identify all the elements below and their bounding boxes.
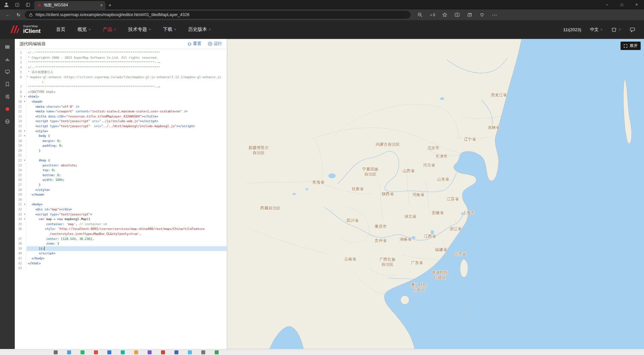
taskbar-app-icon[interactable] [107, 350, 111, 354]
code-line[interactable]: 1<!--***********************************… [15, 50, 227, 55]
code-line[interactable]: 33▾ <script type="text/javascript"> [15, 212, 227, 217]
code-line[interactable]: 27 } [15, 183, 227, 188]
workspaces-icon[interactable] [13, 1, 21, 8]
nav-item-历史版本[interactable]: 历史版本∨ [188, 27, 211, 33]
nav-item-下载[interactable]: 下载∨ [163, 27, 176, 33]
fold-arrow-icon[interactable]: ▾ [23, 202, 26, 207]
tab-close-icon[interactable]: × [100, 3, 103, 8]
chart-bars-icon[interactable] [3, 55, 11, 63]
code-line[interactable]: 31▾ <body> [15, 202, 227, 207]
taskbar-app-icon[interactable] [80, 350, 85, 354]
taskbar-app-icon[interactable] [201, 350, 205, 354]
nav-item-首页[interactable]: 首页 [56, 27, 65, 33]
maximize-button[interactable]: □ [614, 0, 629, 9]
more-options-icon[interactable]: ⋯ [490, 10, 499, 19]
close-button[interactable]: × [629, 0, 644, 9]
code-line[interactable]: 14 <script type="text/javascript" src=".… [15, 119, 227, 124]
code-line[interactable]: 37 center: [120.143, 30.236], [15, 237, 227, 242]
code-line[interactable]: 3***************************************… [15, 60, 227, 65]
code-line[interactable]: 36 style: 'http://localhost:8091/iserver… [15, 226, 227, 236]
nav-item-技术专题[interactable]: 技术专题∨ [128, 27, 151, 33]
code-line[interactable]: 10▾ <head> [15, 99, 227, 104]
new-tab-button[interactable]: + [105, 0, 115, 9]
code-line[interactable]: 39 }); [15, 246, 227, 251]
code-line[interactable]: 24 top: 0; [15, 168, 227, 173]
supermap-logo[interactable]: SuperMap iClient [9, 24, 41, 35]
code-line[interactable]: 30 [15, 197, 227, 202]
profile-avatar[interactable] [3, 1, 10, 8]
code-line[interactable]: 29 </head> [15, 192, 227, 197]
code-line[interactable]: 42</html> [15, 261, 227, 266]
collections-icon[interactable] [465, 10, 474, 19]
nav-item-产品[interactable]: 产品∨ [103, 27, 116, 33]
taskbar-app-icon[interactable] [121, 350, 125, 354]
code-line[interactable]: 35 container: 'map', // container id [15, 222, 227, 227]
code-line[interactable]: 8<!DOCTYPE html> [15, 90, 227, 95]
code-line[interactable]: 34▾ var map = new mapboxgl.Map({ [15, 217, 227, 222]
address-bar[interactable]: https://iclient.supermap.io/examples/map… [25, 11, 411, 19]
language-selector[interactable]: 中文 ∨ [590, 27, 603, 33]
code-line[interactable]: 18 margin: 0; [15, 139, 227, 144]
code-line[interactable]: 7***************************************… [15, 85, 227, 90]
fold-arrow-icon[interactable]: ▾ [23, 217, 26, 222]
code-lines[interactable]: 1<!--***********************************… [15, 49, 227, 349]
record-dot-icon[interactable] [3, 105, 11, 113]
minimize-button[interactable]: − [600, 0, 614, 9]
code-line[interactable]: 43 [15, 266, 227, 271]
code-line[interactable]: 9▾<html> [15, 94, 227, 99]
read-aloud-icon[interactable]: A [428, 10, 437, 19]
code-line[interactable]: 20 } [15, 148, 227, 153]
layout-columns-icon[interactable] [3, 43, 11, 51]
code-line[interactable]: 38 zoom: 3 [15, 241, 227, 246]
code-line[interactable]: 23 position: absolute; [15, 163, 227, 168]
taskbar-app-icon[interactable] [148, 350, 152, 354]
refresh-button[interactable]: ↻ [14, 10, 23, 19]
code-line[interactable]: 22▾ #map { [15, 158, 227, 163]
taskbar-app-icon[interactable] [161, 350, 165, 354]
code-line[interactable]: 26 width: 100%; [15, 178, 227, 183]
code-line[interactable]: 28 </style> [15, 188, 227, 193]
code-line[interactable]: 6* mapbox-gl-enhance (https://iclient.su… [15, 75, 227, 85]
code-line[interactable]: 2* Copyright© 2000 - 2023 SuperMap Softw… [15, 55, 227, 60]
fold-arrow-icon[interactable]: ▾ [23, 134, 26, 139]
feedback-button[interactable] [630, 27, 635, 33]
code-line[interactable]: 32 <div id="map"></div> [15, 207, 227, 212]
expand-button[interactable]: 展开 [621, 42, 641, 50]
globe-icon[interactable] [3, 117, 11, 125]
code-line[interactable]: 25 bottom: 0; [15, 173, 227, 178]
code-line[interactable]: 12 <meta name="viewport" content="initia… [15, 109, 227, 114]
monitor-icon[interactable] [3, 68, 11, 76]
fold-arrow-icon[interactable]: ▾ [23, 212, 26, 217]
taskbar-app-icon[interactable] [174, 350, 178, 354]
favorites-star-icon[interactable] [440, 10, 449, 19]
fold-arrow-icon[interactable]: ▾ [23, 99, 26, 104]
split-screen-icon[interactable] [452, 10, 462, 19]
code-line[interactable]: 19 padding: 0; [15, 143, 227, 148]
code-line[interactable]: 5* 该示例需要引入 [15, 70, 227, 75]
back-button[interactable]: ← [3, 10, 12, 19]
code-line[interactable]: 13 <title data-i18n="resources.title_til… [15, 114, 227, 119]
taskbar-app-icon[interactable] [188, 350, 192, 354]
taskbar-app-icon[interactable] [94, 350, 98, 354]
theme-skin-button[interactable]: ∨ [611, 27, 621, 33]
code-line[interactable]: 15 <script type="text/javascript" src=".… [15, 124, 227, 129]
taskbar-app-icon[interactable] [54, 350, 58, 354]
code-line[interactable]: 21 [15, 153, 227, 158]
code-line[interactable]: 41 </body> [15, 256, 227, 261]
browser-essentials-icon[interactable] [477, 10, 487, 19]
code-line[interactable]: 17▾ body { [15, 134, 227, 139]
reset-button[interactable]: 重置 [187, 41, 201, 47]
taskbar-app-icon[interactable] [134, 350, 138, 354]
taskbar-app-icon[interactable] [67, 350, 71, 354]
zoom-icon[interactable] [415, 10, 425, 19]
vertical-tabs-icon[interactable] [24, 1, 32, 8]
code-line[interactable]: 16▾ <style> [15, 129, 227, 134]
fold-arrow-icon[interactable]: ▾ [23, 94, 26, 99]
nav-item-概览[interactable]: 概览∨ [77, 27, 91, 33]
version-selector[interactable]: 11i(2023) [563, 27, 581, 32]
sliders-icon[interactable] [3, 93, 11, 101]
browser-tab[interactable]: 地图_WGS84 × [34, 1, 105, 9]
fold-arrow-icon[interactable]: ▾ [23, 158, 26, 163]
taskbar-app-icon[interactable] [215, 350, 219, 354]
code-line[interactable]: 40 </script> [15, 251, 227, 256]
